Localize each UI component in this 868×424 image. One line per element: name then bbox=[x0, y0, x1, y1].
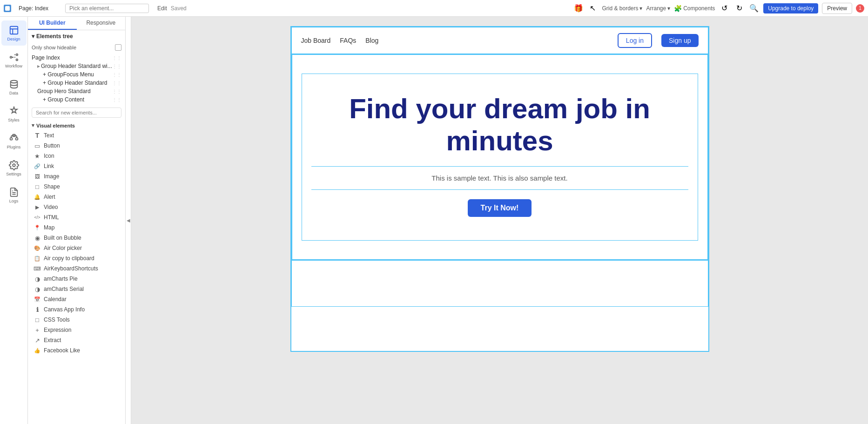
element-extract[interactable]: ↗ Extract bbox=[28, 335, 125, 345]
extract-icon: ↗ bbox=[34, 337, 41, 344]
rail-item-workflow[interactable]: Workflow bbox=[1, 47, 27, 73]
calendar-icon: 📅 bbox=[34, 296, 41, 303]
tree-item-group-header[interactable]: Group Header Standard wi... ⋮⋮ bbox=[28, 62, 125, 70]
element-air-color-picker[interactable]: 🎨 Air Color picker bbox=[28, 243, 125, 253]
tree-item-group-header-standard[interactable]: + Group Header Standard ⋮⋮ bbox=[28, 79, 125, 87]
pick-element-input[interactable] bbox=[65, 4, 149, 13]
topbar-icons: 🎁 ↖ bbox=[573, 3, 598, 14]
element-canvas-app-info-label: Canvas App Info bbox=[44, 306, 85, 313]
tab-responsive[interactable]: Responsive bbox=[77, 17, 126, 30]
try-it-now-button[interactable]: Try It Now! bbox=[468, 199, 532, 217]
element-amcharts-pie[interactable]: ◑ amCharts Pie bbox=[28, 274, 125, 284]
text-icon: T bbox=[34, 132, 41, 139]
rail-styles-label: Styles bbox=[8, 118, 20, 122]
saved-label: Saved bbox=[171, 5, 187, 12]
alert-icon: 🔔 bbox=[34, 193, 41, 201]
grid-chevron-icon bbox=[639, 5, 642, 12]
element-icon[interactable]: ★ Icon bbox=[28, 151, 125, 161]
element-expression[interactable]: + Expression bbox=[28, 325, 125, 335]
svg-rect-0 bbox=[5, 6, 10, 11]
components-menu[interactable]: 🧩 Components bbox=[674, 5, 715, 12]
element-text[interactable]: T Text bbox=[28, 130, 125, 141]
redo-icon[interactable]: ↻ bbox=[733, 3, 745, 14]
element-expression-label: Expression bbox=[44, 327, 71, 333]
page-tab[interactable]: Page: Index bbox=[15, 5, 52, 12]
cursor-icon[interactable]: ↖ bbox=[587, 3, 598, 14]
element-image[interactable]: 🖼 Image bbox=[28, 171, 125, 182]
login-button[interactable]: Log in bbox=[618, 33, 652, 48]
notification-badge[interactable]: 1 bbox=[856, 4, 864, 13]
rail-item-logs[interactable]: Logs bbox=[1, 182, 27, 208]
nav-job-board[interactable]: Job Board bbox=[301, 37, 331, 44]
svg-rect-7 bbox=[15, 138, 18, 140]
element-shape[interactable]: □ Shape bbox=[28, 182, 125, 192]
hero-section-inner: Find your dream job in minutes This is s… bbox=[302, 74, 698, 241]
element-link[interactable]: 🔗 Link bbox=[28, 161, 125, 171]
hero-section: Find your dream job in minutes This is s… bbox=[291, 54, 708, 260]
topbar: Page: Index Edit Saved 🎁 ↖ Grid & border… bbox=[0, 0, 868, 17]
signup-button[interactable]: Sign up bbox=[661, 34, 698, 47]
hero-title-line2: minutes bbox=[446, 125, 553, 156]
nav-faqs[interactable]: FAQs bbox=[340, 37, 356, 44]
tree-item-group-content[interactable]: + Group Content ⋮⋮ bbox=[28, 95, 125, 104]
element-map[interactable]: 📍 Map bbox=[28, 222, 125, 233]
image-icon: 🖼 bbox=[34, 173, 41, 180]
only-show-hideable-row: Only show hideable bbox=[28, 42, 125, 53]
search-icon[interactable]: 🔍 bbox=[748, 3, 760, 14]
rail-item-settings[interactable]: Settings bbox=[1, 155, 27, 181]
video-icon: ▶ bbox=[34, 203, 41, 211]
element-air-keyboard-shortcuts[interactable]: ⌨ AirKeyboardShortcuts bbox=[28, 263, 125, 274]
preview-button[interactable]: Preview bbox=[822, 3, 852, 14]
canvas-app-info-icon: ℹ bbox=[34, 306, 41, 313]
search-elements-input[interactable] bbox=[32, 108, 121, 118]
element-facebook-like[interactable]: 👍 Facebook Like bbox=[28, 345, 125, 356]
element-calendar[interactable]: 📅 Calendar bbox=[28, 294, 125, 304]
element-calendar-label: Calendar bbox=[44, 296, 67, 303]
element-video[interactable]: ▶ Video bbox=[28, 202, 125, 212]
grid-borders-menu[interactable]: Grid & borders bbox=[602, 5, 642, 12]
rail-item-design[interactable]: Design bbox=[1, 20, 27, 46]
rail-item-data[interactable]: Data bbox=[1, 74, 27, 100]
collapse-arrow-icon: ◀ bbox=[127, 218, 130, 223]
undo-icon[interactable]: ↺ bbox=[719, 3, 730, 14]
element-link-label: Link bbox=[44, 163, 54, 169]
grid-borders-label: Grid & borders bbox=[602, 5, 638, 12]
html-icon: </> bbox=[34, 214, 41, 221]
canvas-area[interactable]: Job Board FAQs Blog Log in Sign up Find … bbox=[131, 17, 868, 424]
svg-point-9 bbox=[13, 164, 15, 167]
element-css-tools[interactable]: □ CSS Tools bbox=[28, 315, 125, 325]
svg-point-2 bbox=[10, 56, 12, 58]
hero-title-container: Find your dream job in minutes bbox=[311, 93, 688, 167]
groupfocus-label: GroupFocus Menu bbox=[47, 71, 94, 78]
element-icon-label: Icon bbox=[44, 153, 54, 159]
tree-item-page-index[interactable]: Page Index ⋮⋮ bbox=[28, 54, 125, 62]
only-show-hideable-checkbox[interactable] bbox=[115, 44, 121, 51]
panel-collapse-button[interactable]: ◀ bbox=[126, 17, 131, 424]
svg-rect-6 bbox=[10, 138, 12, 140]
css-tools-icon: □ bbox=[34, 316, 41, 323]
rail-plugins-label: Plugins bbox=[7, 145, 21, 149]
element-image-label: Image bbox=[44, 173, 59, 180]
edit-label[interactable]: Edit bbox=[157, 5, 167, 12]
element-shape-label: Shape bbox=[44, 183, 60, 190]
rail-item-plugins[interactable]: Plugins bbox=[1, 128, 27, 154]
tab-ui-builder[interactable]: UI Builder bbox=[28, 17, 77, 30]
rail-item-styles[interactable]: Styles bbox=[1, 101, 27, 127]
tree-item-group-hero[interactable]: Group Hero Standard ⋮⋮ bbox=[28, 87, 125, 95]
element-air-copy-clipboard[interactable]: 📋 Air copy to clipboard bbox=[28, 253, 125, 263]
nav-blog[interactable]: Blog bbox=[365, 37, 378, 44]
arrange-menu[interactable]: Arrange bbox=[646, 5, 670, 12]
element-alert[interactable]: 🔔 Alert bbox=[28, 192, 125, 202]
hero-cta-container: Try It Now! bbox=[311, 190, 688, 222]
element-button-label: Button bbox=[44, 142, 60, 149]
element-html[interactable]: </> HTML bbox=[28, 212, 125, 222]
element-canvas-app-info[interactable]: ℹ Canvas App Info bbox=[28, 304, 125, 315]
element-button[interactable]: ▭ Button bbox=[28, 141, 125, 151]
upgrade-button[interactable]: Upgrade to deploy bbox=[763, 3, 818, 13]
element-built-on-bubble[interactable]: ◉ Built on Bubble bbox=[28, 233, 125, 243]
gift-icon[interactable]: 🎁 bbox=[573, 3, 584, 14]
group-header-label: Group Header Standard wi... bbox=[41, 63, 112, 69]
element-amcharts-serial[interactable]: ◑ amCharts Serial bbox=[28, 284, 125, 294]
favicon-icon bbox=[4, 5, 11, 12]
tree-item-groupfocus[interactable]: + GroupFocus Menu ⋮⋮ bbox=[28, 70, 125, 79]
